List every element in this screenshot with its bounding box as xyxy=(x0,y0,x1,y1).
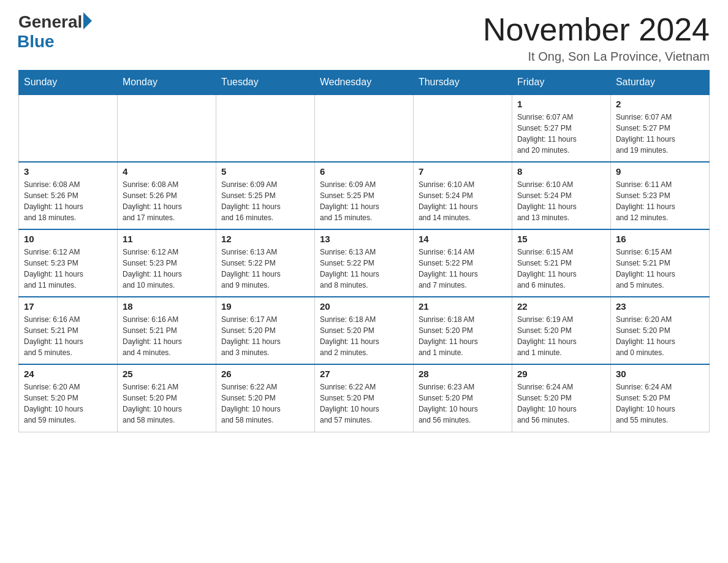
day-info: Sunrise: 6:12 AM Sunset: 5:23 PM Dayligh… xyxy=(123,247,211,291)
calendar-week-row: 10Sunrise: 6:12 AM Sunset: 5:23 PM Dayli… xyxy=(19,229,710,297)
day-info: Sunrise: 6:20 AM Sunset: 5:20 PM Dayligh… xyxy=(616,314,704,358)
calendar-cell xyxy=(117,94,216,162)
day-info: Sunrise: 6:09 AM Sunset: 5:25 PM Dayligh… xyxy=(320,179,408,223)
day-number: 1 xyxy=(517,99,605,109)
calendar-cell xyxy=(413,94,512,162)
calendar-cell xyxy=(314,94,413,162)
day-number: 24 xyxy=(24,369,112,379)
calendar-cell: 10Sunrise: 6:12 AM Sunset: 5:23 PM Dayli… xyxy=(19,229,118,297)
calendar-cell: 12Sunrise: 6:13 AM Sunset: 5:22 PM Dayli… xyxy=(216,229,314,297)
calendar-cell: 16Sunrise: 6:15 AM Sunset: 5:21 PM Dayli… xyxy=(610,229,709,297)
calendar-cell: 3Sunrise: 6:08 AM Sunset: 5:26 PM Daylig… xyxy=(19,162,118,229)
day-info: Sunrise: 6:09 AM Sunset: 5:25 PM Dayligh… xyxy=(221,179,309,223)
logo-general-text: General xyxy=(18,12,82,32)
day-number: 13 xyxy=(320,234,408,244)
day-info: Sunrise: 6:10 AM Sunset: 5:24 PM Dayligh… xyxy=(517,179,605,223)
day-info: Sunrise: 6:21 AM Sunset: 5:20 PM Dayligh… xyxy=(123,381,211,426)
day-number: 10 xyxy=(24,234,112,244)
calendar-cell: 4Sunrise: 6:08 AM Sunset: 5:26 PM Daylig… xyxy=(117,162,216,229)
column-header-monday: Monday xyxy=(117,71,216,95)
calendar-week-row: 3Sunrise: 6:08 AM Sunset: 5:26 PM Daylig… xyxy=(19,162,710,229)
day-info: Sunrise: 6:15 AM Sunset: 5:21 PM Dayligh… xyxy=(616,247,704,291)
day-info: Sunrise: 6:22 AM Sunset: 5:20 PM Dayligh… xyxy=(221,381,309,426)
day-info: Sunrise: 6:23 AM Sunset: 5:20 PM Dayligh… xyxy=(419,381,507,426)
day-number: 20 xyxy=(320,301,408,312)
calendar-cell: 20Sunrise: 6:18 AM Sunset: 5:20 PM Dayli… xyxy=(314,297,413,364)
day-info: Sunrise: 6:14 AM Sunset: 5:22 PM Dayligh… xyxy=(419,247,507,291)
day-info: Sunrise: 6:11 AM Sunset: 5:23 PM Dayligh… xyxy=(616,179,704,223)
column-header-tuesday: Tuesday xyxy=(216,71,314,95)
calendar-cell: 22Sunrise: 6:19 AM Sunset: 5:20 PM Dayli… xyxy=(512,297,610,364)
day-number: 5 xyxy=(221,166,309,177)
calendar-header-row: SundayMondayTuesdayWednesdayThursdayFrid… xyxy=(19,71,710,95)
calendar-cell: 13Sunrise: 6:13 AM Sunset: 5:22 PM Dayli… xyxy=(314,229,413,297)
day-info: Sunrise: 6:19 AM Sunset: 5:20 PM Dayligh… xyxy=(517,314,605,358)
calendar-cell: 17Sunrise: 6:16 AM Sunset: 5:21 PM Dayli… xyxy=(19,297,118,364)
title-section: November 2024 It Ong, Son La Province, V… xyxy=(483,12,710,64)
day-info: Sunrise: 6:13 AM Sunset: 5:22 PM Dayligh… xyxy=(320,247,408,291)
calendar-cell: 27Sunrise: 6:22 AM Sunset: 5:20 PM Dayli… xyxy=(314,364,413,432)
day-number: 15 xyxy=(517,234,605,244)
calendar-cell: 28Sunrise: 6:23 AM Sunset: 5:20 PM Dayli… xyxy=(413,364,512,432)
day-number: 19 xyxy=(221,301,309,312)
day-number: 7 xyxy=(419,166,507,177)
calendar-cell: 5Sunrise: 6:09 AM Sunset: 5:25 PM Daylig… xyxy=(216,162,314,229)
day-number: 14 xyxy=(419,234,507,244)
day-info: Sunrise: 6:17 AM Sunset: 5:20 PM Dayligh… xyxy=(221,314,309,358)
day-number: 12 xyxy=(221,234,309,244)
day-number: 22 xyxy=(517,301,605,312)
calendar-week-row: 17Sunrise: 6:16 AM Sunset: 5:21 PM Dayli… xyxy=(19,297,710,364)
day-number: 9 xyxy=(616,166,704,177)
calendar-cell: 6Sunrise: 6:09 AM Sunset: 5:25 PM Daylig… xyxy=(314,162,413,229)
day-number: 6 xyxy=(320,166,408,177)
calendar-cell: 11Sunrise: 6:12 AM Sunset: 5:23 PM Dayli… xyxy=(117,229,216,297)
calendar-cell: 8Sunrise: 6:10 AM Sunset: 5:24 PM Daylig… xyxy=(512,162,610,229)
day-info: Sunrise: 6:16 AM Sunset: 5:21 PM Dayligh… xyxy=(24,314,112,358)
day-info: Sunrise: 6:22 AM Sunset: 5:20 PM Dayligh… xyxy=(320,381,408,426)
day-number: 29 xyxy=(517,369,605,379)
day-info: Sunrise: 6:12 AM Sunset: 5:23 PM Dayligh… xyxy=(24,247,112,291)
calendar-cell: 9Sunrise: 6:11 AM Sunset: 5:23 PM Daylig… xyxy=(610,162,709,229)
day-number: 8 xyxy=(517,166,605,177)
calendar-week-row: 1Sunrise: 6:07 AM Sunset: 5:27 PM Daylig… xyxy=(19,94,710,162)
column-header-thursday: Thursday xyxy=(413,71,512,95)
day-info: Sunrise: 6:16 AM Sunset: 5:21 PM Dayligh… xyxy=(123,314,211,358)
day-number: 16 xyxy=(616,234,704,244)
calendar-cell: 21Sunrise: 6:18 AM Sunset: 5:20 PM Dayli… xyxy=(413,297,512,364)
day-info: Sunrise: 6:08 AM Sunset: 5:26 PM Dayligh… xyxy=(123,179,211,223)
calendar-cell: 19Sunrise: 6:17 AM Sunset: 5:20 PM Dayli… xyxy=(216,297,314,364)
calendar-cell: 30Sunrise: 6:24 AM Sunset: 5:20 PM Dayli… xyxy=(610,364,709,432)
day-number: 11 xyxy=(123,234,211,244)
day-info: Sunrise: 6:07 AM Sunset: 5:27 PM Dayligh… xyxy=(616,112,704,156)
calendar-cell: 23Sunrise: 6:20 AM Sunset: 5:20 PM Dayli… xyxy=(610,297,709,364)
month-title: November 2024 xyxy=(483,12,710,47)
calendar-cell: 1Sunrise: 6:07 AM Sunset: 5:27 PM Daylig… xyxy=(512,94,610,162)
day-info: Sunrise: 6:18 AM Sunset: 5:20 PM Dayligh… xyxy=(419,314,507,358)
day-number: 28 xyxy=(419,369,507,379)
day-number: 26 xyxy=(221,369,309,379)
calendar-cell: 15Sunrise: 6:15 AM Sunset: 5:21 PM Dayli… xyxy=(512,229,610,297)
day-info: Sunrise: 6:18 AM Sunset: 5:20 PM Dayligh… xyxy=(320,314,408,358)
day-info: Sunrise: 6:13 AM Sunset: 5:22 PM Dayligh… xyxy=(221,247,309,291)
day-info: Sunrise: 6:20 AM Sunset: 5:20 PM Dayligh… xyxy=(24,381,112,426)
calendar-cell xyxy=(19,94,118,162)
day-info: Sunrise: 6:15 AM Sunset: 5:21 PM Dayligh… xyxy=(517,247,605,291)
calendar-cell: 7Sunrise: 6:10 AM Sunset: 5:24 PM Daylig… xyxy=(413,162,512,229)
calendar-week-row: 24Sunrise: 6:20 AM Sunset: 5:20 PM Dayli… xyxy=(19,364,710,432)
column-header-friday: Friday xyxy=(512,71,610,95)
day-number: 30 xyxy=(616,369,704,379)
calendar-table: SundayMondayTuesdayWednesdayThursdayFrid… xyxy=(18,70,710,432)
calendar-cell: 26Sunrise: 6:22 AM Sunset: 5:20 PM Dayli… xyxy=(216,364,314,432)
day-number: 17 xyxy=(24,301,112,312)
calendar-cell xyxy=(216,94,314,162)
calendar-cell: 14Sunrise: 6:14 AM Sunset: 5:22 PM Dayli… xyxy=(413,229,512,297)
day-number: 4 xyxy=(123,166,211,177)
page-header: General Blue November 2024 It Ong, Son L… xyxy=(18,12,710,64)
calendar-cell: 2Sunrise: 6:07 AM Sunset: 5:27 PM Daylig… xyxy=(610,94,709,162)
day-number: 27 xyxy=(320,369,408,379)
logo-arrow-icon xyxy=(83,12,92,29)
day-number: 23 xyxy=(616,301,704,312)
logo-blue-text: Blue xyxy=(17,32,55,52)
day-info: Sunrise: 6:08 AM Sunset: 5:26 PM Dayligh… xyxy=(24,179,112,223)
day-info: Sunrise: 6:24 AM Sunset: 5:20 PM Dayligh… xyxy=(616,381,704,426)
